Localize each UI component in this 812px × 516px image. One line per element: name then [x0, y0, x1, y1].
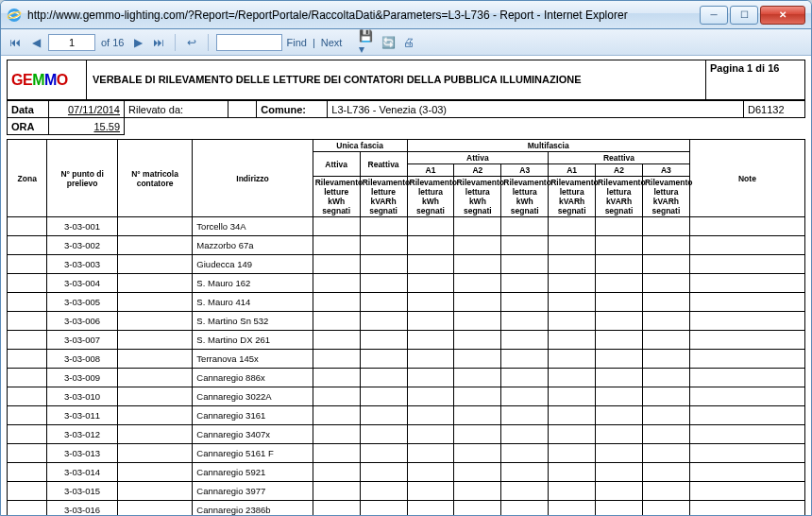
cell-punto: 3-03-005 [47, 293, 117, 312]
cell [360, 312, 407, 331]
cell-indirizzo: Cannaregio 5161 F [193, 444, 313, 463]
col-punto: N° punto di prelievo [47, 140, 117, 217]
cell-zona [8, 331, 47, 350]
cell-matricola [117, 255, 193, 274]
subcol: Rilevamento lettura kWh segnati [454, 177, 501, 217]
find-button[interactable]: Find [286, 37, 306, 48]
cell-indirizzo: Cannaregio 2386b [193, 501, 313, 516]
cell [407, 274, 454, 293]
cell-note [689, 350, 804, 369]
cell-indirizzo: Mazzorbo 67a [193, 236, 313, 255]
cell-zona [8, 255, 47, 274]
cell [454, 293, 501, 312]
cell [454, 312, 501, 331]
cell [360, 217, 407, 236]
cell-indirizzo: S. Martino DX 261 [193, 331, 313, 350]
table-row: 3-03-016Cannaregio 2386b [8, 501, 805, 516]
cell [549, 255, 596, 274]
cell [313, 482, 360, 501]
cell [360, 293, 407, 312]
table-row: 3-03-015Cannaregio 3977 [8, 482, 805, 501]
cell [454, 274, 501, 293]
refresh-button[interactable]: 🔄 [380, 34, 397, 51]
cell-zona [8, 463, 47, 482]
last-page-button[interactable]: ⏭ [150, 34, 167, 51]
cell [407, 293, 454, 312]
col-multi-attiva: Attiva [407, 152, 549, 164]
table-row: 3-03-006S. Martino Sn 532 [8, 312, 805, 331]
cell [501, 293, 549, 312]
cell [454, 501, 501, 516]
parent-report-button[interactable]: ↩ [183, 34, 200, 51]
ora-value: 15.59 [49, 118, 125, 135]
cell [360, 406, 407, 425]
find-input[interactable] [216, 34, 282, 51]
maximize-button[interactable]: ☐ [730, 6, 758, 25]
cell [501, 350, 549, 369]
cell [596, 463, 643, 482]
separator [208, 34, 209, 51]
cell-matricola [117, 293, 193, 312]
cell [454, 425, 501, 444]
cell-zona [8, 425, 47, 444]
cell-indirizzo: Cannaregio 5921 [193, 463, 313, 482]
cell-matricola [117, 463, 193, 482]
cell [313, 406, 360, 425]
report-viewport[interactable]: GEMMO VERBALE DI RILEVAMENTO DELLE LETTU… [1, 56, 811, 515]
cell [596, 312, 643, 331]
cell [549, 217, 596, 236]
next-page-button[interactable]: ▶ [129, 34, 146, 51]
first-page-button[interactable]: ⏮ [7, 34, 24, 51]
minimize-button[interactable]: ─ [700, 6, 728, 25]
cell [360, 387, 407, 406]
prev-page-button[interactable]: ◀ [27, 34, 44, 51]
cell [360, 463, 407, 482]
page-number-input[interactable] [48, 34, 95, 51]
cell-punto: 3-03-014 [47, 463, 117, 482]
ie-icon [7, 8, 22, 23]
cell [501, 331, 549, 350]
cell-punto: 3-03-016 [47, 501, 117, 516]
report-title: VERBALE DI RILEVAMENTO DELLE LETTURE DEI… [87, 60, 706, 100]
page-total-label: of 16 [99, 37, 126, 48]
cell [642, 350, 689, 369]
window-title: http://www.gemmo-lighting.com/?Report=/R… [27, 9, 700, 22]
cell [360, 350, 407, 369]
cell [407, 444, 454, 463]
cell [360, 425, 407, 444]
subcol: Rilevamento lettura kWh segnati [407, 177, 454, 217]
cell [501, 406, 549, 425]
col-attiva: Attiva [313, 152, 360, 177]
close-button[interactable]: ✕ [760, 6, 805, 25]
cell-matricola [117, 236, 193, 255]
comune-label: Comune: [257, 101, 328, 118]
report-code: D61132 [744, 101, 805, 118]
print-button[interactable]: 🖨 [400, 34, 417, 51]
find-next-button[interactable]: Next [321, 37, 343, 48]
subcol: Rilevamento lettura kVARh segnati [596, 177, 643, 217]
cell-indirizzo: S. Martino Sn 532 [193, 312, 313, 331]
col-a2r: A2 [596, 164, 643, 177]
cell-indirizzo: Cannaregio 886x [193, 369, 313, 387]
cell [642, 463, 689, 482]
cell-zona [8, 406, 47, 425]
rilevato-label: Rilevato da: [125, 101, 228, 118]
cell [596, 293, 643, 312]
cell-indirizzo: Giudecca 149 [193, 255, 313, 274]
table-row: 3-03-004S. Mauro 162 [8, 274, 805, 293]
cell-punto: 3-03-015 [47, 482, 117, 501]
table-row: 3-03-013Cannaregio 5161 F [8, 444, 805, 463]
cell [549, 312, 596, 331]
cell-note [689, 255, 804, 274]
col-reattiva: Reattiva [360, 152, 407, 177]
col-zona: Zona [8, 140, 47, 217]
export-button[interactable]: 💾▾ [359, 34, 376, 51]
cell-note [689, 312, 804, 331]
cell-punto: 3-03-009 [47, 369, 117, 387]
cell [549, 425, 596, 444]
cell [407, 501, 454, 516]
cell-note [689, 444, 804, 463]
cell [360, 255, 407, 274]
cell-matricola [117, 482, 193, 501]
table-row: 3-03-005S. Mauro 414 [8, 293, 805, 312]
